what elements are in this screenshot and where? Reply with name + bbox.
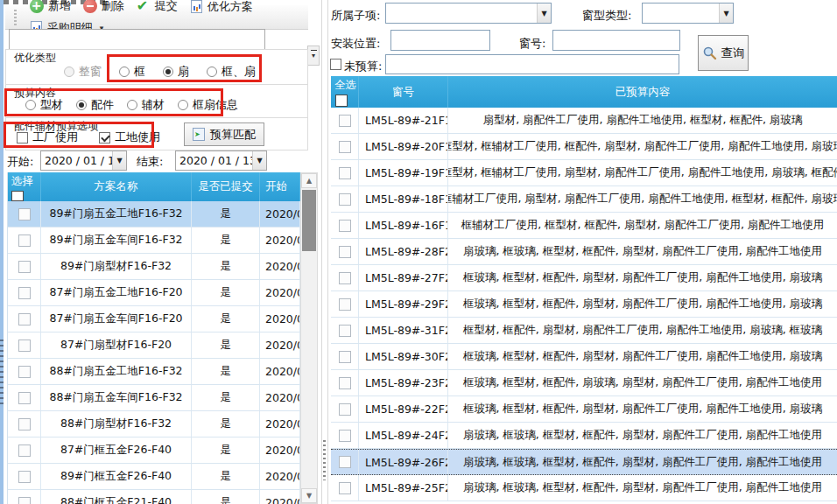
row-checkbox[interactable] [339, 325, 351, 337]
window-no-label: 窗号: [519, 36, 545, 52]
install-pos-input[interactable] [390, 30, 490, 51]
plan-header-start[interactable]: 开始 [260, 172, 300, 201]
start-date-picker[interactable]: 2020 / 01 / 1 ▼ [40, 150, 127, 171]
budget-content-radio[interactable]: 辅材 [127, 97, 165, 113]
budget-content-radio[interactable]: 型材 [25, 97, 63, 113]
window-type-select[interactable]: ▼ [642, 3, 734, 24]
plan-row[interactable]: 89#门扇五金车间F16-F32 是 2020/0 [8, 228, 300, 254]
usage-checkbox[interactable]: 工厂使用 [17, 130, 78, 145]
plan-row[interactable]: 88#门扇五金工地F16-F32 是 2020/0 [8, 359, 300, 385]
row-checkbox[interactable] [18, 471, 31, 483]
row-checkbox[interactable] [339, 351, 351, 363]
panel-splitter-grip[interactable] [323, 440, 326, 480]
unbudgeted-input[interactable] [385, 54, 679, 74]
toolbar-button[interactable]: 删除 [77, 0, 130, 17]
window-row[interactable]: LM5L-89#-16F15 框辅材工厂使用, 框型材, 框配件, 扇型材, 扇… [331, 213, 837, 239]
window-row[interactable]: LM5L-89#-28F26 扇玻璃, 框玻璃, 框型材, 框配件, 扇型材, … [331, 239, 837, 265]
row-checkbox[interactable] [339, 456, 351, 468]
opt-type-radio[interactable]: 框、扇 [207, 64, 256, 80]
row-checkbox[interactable] [18, 340, 31, 352]
row-checkbox[interactable] [339, 403, 351, 416]
window-row[interactable]: LM5L-89#-31F29 框型材, 框配件, 扇型材, 扇配件工厂使用, 扇… [331, 318, 837, 344]
toolbar-button[interactable]: 提交 [130, 0, 184, 17]
sub-item-select[interactable]: ▼ [385, 3, 552, 24]
window-row[interactable]: LM5L-89#-26F24 扇玻璃, 框玻璃, 框型材, 框配件, 扇型材, … [331, 449, 837, 475]
plan-row[interactable]: 89#门扇五金工地F16-F32 是 2020/0 [8, 201, 300, 228]
budget-match-button[interactable]: 预算匹配 [184, 122, 264, 146]
row-checkbox[interactable] [339, 298, 351, 311]
window-row[interactable]: LM5L-89#-22F20 框玻璃, 框型材, 框配件, 扇型材, 扇配件工厂… [331, 396, 837, 423]
scroll-up-icon[interactable]: ▲ [301, 173, 317, 188]
plan-row[interactable]: 88#门扇五金车间F16-F32 是 2020/0 [8, 385, 300, 411]
row-checkbox[interactable] [18, 287, 31, 299]
plan-row[interactable]: 88#门扇型材F16-F32 是 2020/0 [8, 411, 300, 438]
left-splitter-grip[interactable] [0, 340, 4, 408]
row-checkbox[interactable] [339, 167, 351, 179]
opt-type-radio[interactable]: 框 [119, 64, 145, 80]
plan-header-name[interactable]: 方案名称 [41, 172, 192, 201]
plan-submitted-cell: 是 [192, 280, 260, 305]
budget-content-radio[interactable]: 配件 [76, 97, 114, 113]
opt-type-radio[interactable]: 扇 [163, 64, 189, 80]
usage-checkbox[interactable]: 工地使用 [99, 130, 160, 145]
window-row[interactable]: LM5L-89#-24F22 扇玻璃, 框玻璃, 框型材, 框配件, 扇型材, … [331, 423, 837, 449]
window-row[interactable]: LM5L-89#-29F27 框玻璃, 框型材, 框配件, 扇型材, 扇配件工厂… [331, 291, 837, 318]
row-checkbox[interactable] [339, 272, 351, 284]
window-row[interactable]: LM5L-89#-27F25 框玻璃, 框型材, 框配件, 扇型材, 扇配件工厂… [331, 265, 837, 291]
chevron-down-icon[interactable]: ▼ [252, 151, 266, 170]
unbudgeted-checkbox[interactable] [330, 59, 341, 70]
select-all-checkbox[interactable] [11, 191, 24, 201]
row-checkbox[interactable] [18, 234, 31, 247]
chevron-down-icon[interactable]: ▼ [112, 151, 126, 170]
plan-table-scrollbar[interactable]: ▲ ▼ [300, 172, 318, 504]
toolbar-overflow-button[interactable] [307, 46, 320, 66]
toolbar-button[interactable]: 优化方案 [184, 0, 259, 18]
select-all-checkbox[interactable] [335, 94, 348, 107]
chevron-down-icon[interactable]: ▼ [719, 4, 733, 23]
row-checkbox[interactable] [339, 482, 351, 494]
chevron-down-icon[interactable]: ▼ [537, 4, 551, 23]
row-checkbox[interactable] [339, 377, 351, 389]
row-checkbox[interactable] [18, 313, 31, 326]
plan-row[interactable]: 89#门框五金F26-F40 是 2020/0 [8, 464, 300, 490]
row-checkbox[interactable] [18, 444, 31, 457]
plan-row[interactable]: 89#门扇型材F16-F32 是 2020/0 [8, 254, 300, 280]
scrollbar-thumb[interactable] [302, 190, 316, 251]
row-checkbox[interactable] [339, 141, 351, 153]
window-row[interactable]: LM5L-89#-30F28 框玻璃, 框型材, 框配件, 扇型材, 扇配件工厂… [331, 344, 837, 370]
window-header-no[interactable]: 窗号 [359, 76, 448, 108]
row-checkbox[interactable] [18, 418, 31, 430]
budget-content-radio[interactable]: 框扇信息 [178, 97, 238, 113]
window-row[interactable]: LM5L-89#-20F18 框型材, 框辅材工厂使用, 框配件, 扇型材, 扇… [331, 134, 837, 160]
row-checkbox[interactable] [339, 220, 351, 232]
plan-row[interactable]: 88#门框五金F21-F40 是 2020/0 [8, 490, 300, 504]
row-checkbox[interactable] [339, 193, 351, 206]
plan-row[interactable]: 87#门扇型材F16-F20 是 2020/0 [8, 332, 300, 359]
window-no-input[interactable] [552, 30, 680, 51]
window-row[interactable]: LM5L-89#-19F17 框型材, 框辅材工厂使用, 扇型材, 扇配件工厂使… [331, 160, 837, 186]
plan-row[interactable]: 87#门框五金F26-F40 是 2020/0 [8, 438, 300, 464]
row-checkbox[interactable] [339, 430, 351, 442]
row-checkbox[interactable] [18, 208, 31, 220]
row-checkbox[interactable] [18, 261, 31, 273]
end-date-picker[interactable]: 2020 / 01 / 13 ▼ [175, 150, 267, 171]
plan-row[interactable]: 87#门扇五金工地F16-F20 是 2020/0 [8, 280, 300, 306]
window-row[interactable]: LM5L-89#-18F16 框辅材工厂使用, 扇型材, 扇配件工厂使用, 扇配… [331, 186, 837, 213]
row-checkbox[interactable] [18, 497, 31, 504]
row-checkbox[interactable] [339, 115, 351, 127]
plan-header-submitted[interactable]: 是否已提交 [192, 172, 260, 201]
window-header-content[interactable]: 已预算内容 [448, 76, 837, 108]
opt-type-radio[interactable]: 整窗 [64, 64, 102, 80]
plan-row[interactable]: 87#门扇五金车间F16-F20 是 2020/0 [8, 306, 300, 332]
scroll-down-icon[interactable]: ▼ [301, 488, 317, 503]
query-button[interactable]: 查询 [698, 35, 749, 71]
window-row[interactable]: LM5L-89#-25F23 扇玻璃, 框玻璃, 框型材, 框配件, 扇型材, … [331, 475, 837, 501]
plan-filter-input[interactable] [9, 29, 265, 50]
toolbar-button[interactable]: 新增 [24, 0, 77, 17]
window-row[interactable]: LM5L-89#-21F19 扇型材, 扇配件工厂使用, 扇配件工地使用, 框型… [331, 108, 837, 134]
row-checkbox[interactable] [18, 366, 31, 378]
row-checkbox[interactable] [339, 246, 351, 258]
window-row[interactable]: LM5L-89#-23F21 框玻璃, 框型材, 框配件, 扇玻璃, 扇型材, … [331, 370, 837, 396]
row-checkbox[interactable] [18, 392, 31, 404]
toolbar-grip[interactable] [14, 10, 17, 25]
